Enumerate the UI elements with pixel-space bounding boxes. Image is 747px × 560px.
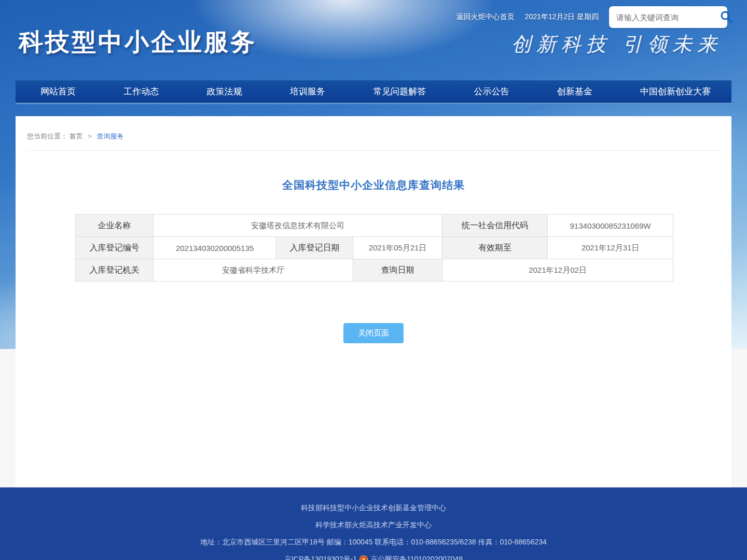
valid-until-label: 有效期至	[442, 237, 548, 259]
query-date-label: 查询日期	[353, 259, 442, 282]
police-badge-icon	[359, 555, 368, 560]
registration-agency-value: 安徽省科学技术厅	[154, 259, 353, 282]
search-input[interactable]	[616, 13, 720, 22]
breadcrumb-current-link[interactable]: 查询服务	[96, 132, 123, 140]
topbar: 返回火炬中心首页 2021年12月2日 星期四	[457, 6, 727, 28]
registration-date-label: 入库登记日期	[276, 237, 353, 259]
breadcrumb-separator: >	[88, 132, 92, 140]
nav-item-competition[interactable]: 中国创新创业大赛	[640, 86, 711, 97]
query-result-table: 企业名称 安徽塔孜信息技术有限公司 统一社会信用代码 9134030008523…	[75, 214, 673, 282]
footer-org-line1: 科技部科技型中小企业技术创新基金管理中心	[0, 503, 747, 513]
breadcrumb: 您当前位置： 首页 > 查询服务	[27, 116, 720, 151]
site-slogan: 创新科技 引领未来	[511, 31, 722, 58]
icp-record-link[interactable]: 京ICP备13019302号-1	[284, 555, 357, 560]
nav-item-home[interactable]: 网站首页	[40, 86, 76, 97]
close-page-button[interactable]: 关闭页面	[343, 323, 404, 343]
company-name-label: 企业名称	[76, 215, 154, 237]
footer-contact-line: 地址：北京市西城区三里河二区甲18号 邮编：100045 联系电话：010-88…	[0, 538, 747, 547]
site-footer: 科技部科技型中小企业技术创新基金管理中心 科学技术部火炬高技术产业开发中心 地址…	[0, 487, 747, 560]
company-name-value: 安徽塔孜信息技术有限公司	[154, 215, 442, 237]
police-record-link[interactable]: 京公网安备11010202007048	[370, 555, 463, 560]
site-logo[interactable]: 科技型中小企业服务	[19, 26, 257, 59]
registration-agency-label: 入库登记机关	[76, 259, 154, 282]
nav-item-work-news[interactable]: 工作动态	[123, 86, 159, 97]
site-header: 返回火炬中心首页 2021年12月2日 星期四 科技型中小企业服务 创新科技 引…	[0, 0, 747, 80]
page-title: 全国科技型中小企业信息库查询结果	[16, 178, 731, 192]
content-card: 您当前位置： 首页 > 查询服务 全国科技型中小企业信息库查询结果 企业名称 安…	[16, 116, 731, 487]
registration-number-value: 202134030200005135	[154, 237, 276, 259]
footer-org-line2: 科学技术部火炬高技术产业开发中心	[0, 521, 747, 530]
return-torch-home-link[interactable]: 返回火炬中心首页	[457, 12, 515, 22]
credit-code-value: 91340300085231069W	[548, 215, 673, 237]
breadcrumb-home-link[interactable]: 首页	[70, 132, 83, 140]
search-button[interactable]	[720, 9, 733, 25]
nav-item-policies[interactable]: 政策法规	[207, 86, 242, 97]
registration-number-label: 入库登记编号	[76, 237, 154, 259]
nav-item-training[interactable]: 培训服务	[290, 86, 325, 97]
footer-record-line: 京ICP备13019302号-1 京公网安备11010202007048	[0, 555, 747, 560]
registration-date-value: 2021年05月21日	[353, 237, 442, 259]
search-icon	[720, 10, 733, 25]
nav-item-innovation-fund[interactable]: 创新基金	[557, 86, 592, 97]
nav-item-faq[interactable]: 常见问题解答	[373, 86, 426, 97]
nav-item-announcements[interactable]: 公示公告	[474, 86, 509, 97]
credit-code-label: 统一社会信用代码	[442, 215, 548, 237]
table-row: 入库登记编号 202134030200005135 入库登记日期 2021年05…	[76, 237, 673, 259]
table-row: 企业名称 安徽塔孜信息技术有限公司 统一社会信用代码 9134030008523…	[76, 215, 673, 237]
current-date: 2021年12月2日 星期四	[525, 12, 599, 22]
main-navigation: 网站首页 工作动态 政策法规 培训服务 常见问题解答 公示公告 创新基金 中国创…	[16, 80, 731, 104]
valid-until-value: 2021年12月31日	[548, 237, 673, 259]
breadcrumb-prefix: 您当前位置：	[27, 132, 67, 140]
query-date-value: 2021年12月02日	[442, 259, 673, 282]
table-row: 入库登记机关 安徽省科学技术厅 查询日期 2021年12月02日	[76, 259, 673, 282]
search-box	[609, 6, 727, 28]
